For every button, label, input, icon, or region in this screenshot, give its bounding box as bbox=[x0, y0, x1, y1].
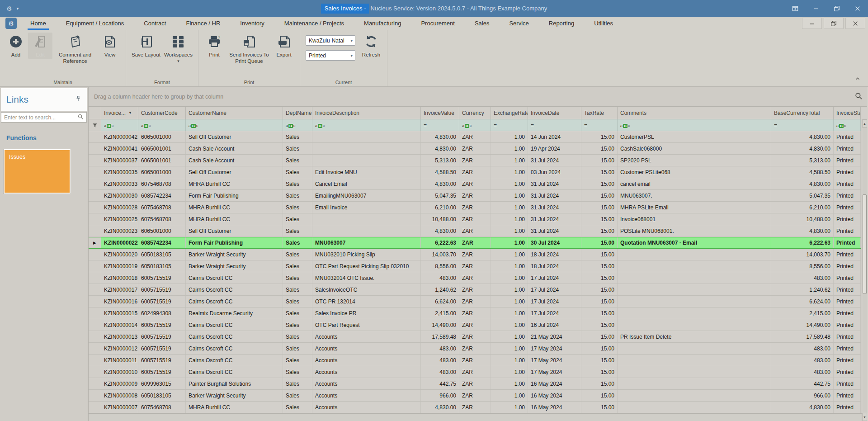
table-row[interactable]: KZIN00000086050183105Barker Wraight Secu… bbox=[89, 390, 861, 402]
restore-button[interactable] bbox=[826, 0, 847, 17]
table-row[interactable]: KZIN00000166005715519Cairns Oscroft CCSa… bbox=[89, 296, 861, 307]
workspaces-button[interactable]: Workspaces ▾ bbox=[162, 33, 194, 64]
add-button[interactable]: Add bbox=[4, 33, 28, 59]
column-header-comments[interactable]: Comments bbox=[618, 107, 771, 119]
cell-customerName: Cairns Oscroft CC bbox=[186, 366, 283, 378]
child-minimize-button[interactable] bbox=[802, 18, 822, 29]
column-header-invoiceNumber[interactable]: Invoice...▼ bbox=[101, 107, 138, 119]
cell-customerName: Sell Off Customer bbox=[186, 166, 283, 178]
tab-sales[interactable]: Sales bbox=[465, 17, 500, 30]
tab-home[interactable]: Home bbox=[20, 17, 56, 30]
edit-icon bbox=[32, 33, 48, 50]
tab-service[interactable]: Service bbox=[499, 17, 538, 30]
pin-icon[interactable] bbox=[75, 95, 81, 104]
table-row[interactable]: KZIN00000306085742234Form Fair Publishin… bbox=[89, 190, 861, 202]
filter-cell-taxRate[interactable]: = bbox=[581, 119, 618, 131]
ribbon-collapse-chevron-icon[interactable] bbox=[854, 76, 861, 84]
comment-and-reference-button[interactable]: Comment and Reference bbox=[52, 33, 98, 66]
table-row[interactable]: KZIN00000236065001000Sell Off CustomerSa… bbox=[89, 225, 861, 237]
column-header-invoiceDescription[interactable]: InvoiceDescription bbox=[312, 107, 421, 119]
tab-reporting[interactable]: Reporting bbox=[539, 17, 584, 30]
tab-manufacturing[interactable]: Manufacturing bbox=[354, 17, 411, 30]
tab-equipment-locations[interactable]: Equipment / Locations bbox=[56, 17, 134, 30]
column-header-customerName[interactable]: CustomerName bbox=[186, 107, 283, 119]
table-row[interactable]: KZIN00000176005715519Cairns Oscroft CCSa… bbox=[89, 284, 861, 296]
sidebar-search-input[interactable]: Enter text to search... bbox=[1, 112, 87, 123]
child-close-button[interactable] bbox=[845, 18, 865, 29]
table-row[interactable]: KZIN00000416065001001Cash Sale AccountSa… bbox=[89, 143, 861, 155]
table-row[interactable]: KZIN00000336075468708MHRA Burhill CCSale… bbox=[89, 178, 861, 190]
view-button[interactable]: View bbox=[98, 33, 122, 59]
application-button[interactable]: ⚙ bbox=[5, 18, 17, 29]
column-header-invoiceStatus[interactable]: InvoiceStatus bbox=[834, 107, 861, 119]
tab-utilities[interactable]: Utilities bbox=[584, 17, 623, 30]
table-row[interactable]: KZIN00000286075468708MHRA Burhill CCSale… bbox=[89, 202, 861, 213]
filter-cell-deptName[interactable]: aBc bbox=[283, 119, 312, 131]
table-row[interactable]: KZIN00000136005715519Cairns Oscroft CCSa… bbox=[89, 331, 861, 343]
minimize-button[interactable] bbox=[806, 0, 826, 17]
table-row[interactable]: KZIN00000076075468708MHRA Burhill CCSale… bbox=[89, 402, 861, 413]
filter-cell-exchangeRate[interactable]: = bbox=[491, 119, 528, 131]
dock-panel-icon[interactable] bbox=[785, 0, 806, 17]
column-header-customerCode[interactable]: CustomerCode bbox=[138, 107, 186, 119]
issues-tile[interactable]: Issues bbox=[4, 149, 71, 194]
table-row[interactable]: KZIN00000376065001001Cash Sale AccountSa… bbox=[89, 155, 861, 166]
column-header-taxRate[interactable]: TaxRate bbox=[581, 107, 618, 119]
print-button[interactable]: ? Print bbox=[202, 33, 226, 59]
cell-invoiceNumber: KZIN0000014 bbox=[101, 319, 138, 331]
close-button[interactable] bbox=[847, 0, 868, 17]
filter-cell-comments[interactable]: aBc bbox=[618, 119, 771, 131]
table-row[interactable]: KZIN00000126005715519Cairns Oscroft CCSa… bbox=[89, 343, 861, 355]
column-header-baseCurrencyTotal[interactable]: BaseCurrencyTotal bbox=[771, 107, 834, 119]
cell-invoiceStatus: Printed bbox=[834, 155, 861, 166]
column-header-exchangeRate[interactable]: ExchangeRate bbox=[491, 107, 528, 119]
column-header-invoiceDate[interactable]: InvoiceDate bbox=[528, 107, 581, 119]
tab-finance-hr[interactable]: Finance / HR bbox=[176, 17, 230, 30]
table-row[interactable]: KZIN00000196050183105Barker Wraight Secu… bbox=[89, 260, 861, 272]
filter-cell-currency[interactable]: aBc bbox=[459, 119, 491, 131]
column-header-invoiceValue[interactable]: InvoiceValue bbox=[421, 107, 459, 119]
qat-dropdown-caret-icon[interactable]: ▾ bbox=[17, 6, 19, 11]
scroll-up-button[interactable]: ▲ bbox=[862, 119, 867, 128]
table-row[interactable]: KZIN00000356065001000Sell Off CustomerSa… bbox=[89, 166, 861, 178]
filter-cell-invoiceDescription[interactable]: aBc bbox=[312, 119, 421, 131]
table-row[interactable]: KZIN00000106005715519Cairns Oscroft CCSa… bbox=[89, 366, 861, 378]
table-row[interactable]: KZIN00000156024994308Realmix Ducarme Sec… bbox=[89, 307, 861, 319]
vertical-scrollbar[interactable]: ▲ ▼ bbox=[862, 119, 867, 421]
table-row[interactable]: KZIN00000256075468708MHRA Burhill CCSale… bbox=[89, 213, 861, 225]
export-button[interactable]: XLS Export bbox=[272, 33, 296, 59]
table-row[interactable]: KZIN00000096099963015Painter Burghall So… bbox=[89, 378, 861, 390]
tab-contract[interactable]: Contract bbox=[134, 17, 176, 30]
filter-cell-invoiceValue[interactable]: = bbox=[421, 119, 459, 131]
table-row[interactable]: KZIN00000206050183105Barker Wraight Secu… bbox=[89, 249, 861, 260]
table-row[interactable]: KZIN00000186005715519Cairns Oscroft CCSa… bbox=[89, 272, 861, 284]
region-dropdown[interactable]: KwaZulu-Natal ▾ bbox=[306, 35, 355, 46]
filter-cell-invoiceDate[interactable]: = bbox=[528, 119, 581, 131]
refresh-button[interactable]: Refresh bbox=[359, 33, 383, 59]
group-by-panel[interactable]: Drag a column header here to group by th… bbox=[89, 87, 867, 107]
table-row[interactable]: KZIN00000116005715519Cairns Oscroft CCSa… bbox=[89, 355, 861, 366]
send-invoices-to-print-queue-button[interactable]: Send Invoices To Print Queue bbox=[226, 33, 272, 66]
table-row[interactable]: KZIN00000426065001000Sell Off CustomerSa… bbox=[89, 131, 861, 143]
tab-procurement[interactable]: Procurement bbox=[411, 17, 464, 30]
scroll-down-button[interactable]: ▼ bbox=[862, 413, 867, 421]
filter-cell-invoiceStatus[interactable]: aBc bbox=[834, 119, 861, 131]
edit-button[interactable]: Edit bbox=[28, 33, 52, 59]
filter-cell-baseCurrencyTotal[interactable]: = bbox=[771, 119, 834, 131]
tab-maintenance-projects[interactable]: Maintenance / Projects bbox=[274, 17, 354, 30]
column-header-currency[interactable]: Currency bbox=[459, 107, 491, 119]
status-dropdown[interactable]: Printed ▾ bbox=[306, 50, 355, 61]
scrollbar-thumb[interactable] bbox=[863, 194, 867, 294]
settings-gear-icon[interactable]: ⚙ bbox=[6, 5, 12, 12]
filter-cell-customerCode[interactable]: aBc bbox=[138, 119, 186, 131]
save-layout-button[interactable]: Save Layout bbox=[130, 33, 162, 59]
table-row[interactable]: KZIN00000146005715519Cairns Oscroft CCSa… bbox=[89, 319, 861, 331]
column-header-deptName[interactable]: DeptName bbox=[283, 107, 312, 119]
filter-cell-customerName[interactable]: aBc bbox=[186, 119, 283, 131]
table-row[interactable]: ▶KZIN00000226085742234Form Fair Publishi… bbox=[89, 237, 861, 249]
child-restore-button[interactable] bbox=[824, 18, 844, 29]
grid-search-icon[interactable] bbox=[854, 92, 863, 102]
cell-customerCode: 6005715519 bbox=[138, 331, 186, 342]
filter-cell-invoiceNumber[interactable]: aBc bbox=[101, 119, 138, 131]
tab-inventory[interactable]: Inventory bbox=[230, 17, 274, 30]
